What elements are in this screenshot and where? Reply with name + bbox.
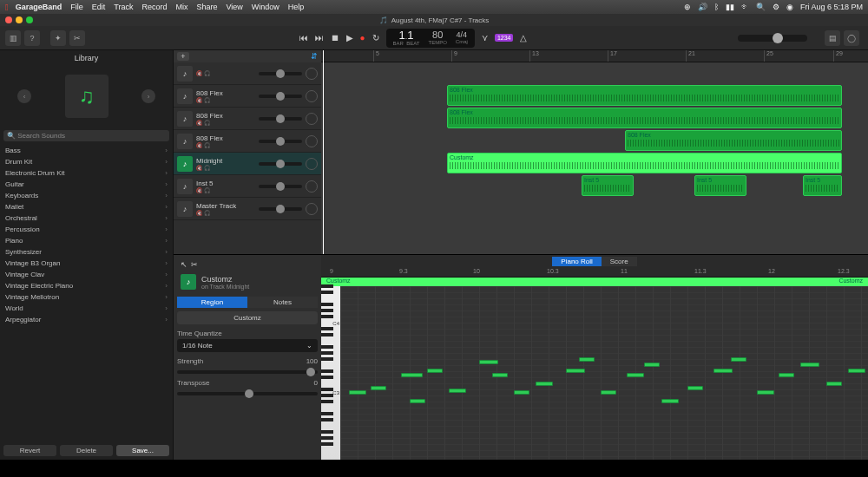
tuner-button[interactable]: ⋎ xyxy=(482,33,488,42)
pointer-tool-icon[interactable]: ↖ xyxy=(181,260,187,269)
count-in-badge[interactable]: 1234 xyxy=(495,34,514,42)
timeline-ruler[interactable]: 591317212529 xyxy=(321,50,868,62)
menubar-clock[interactable]: Fri Aug 6 5:18 PM xyxy=(800,3,863,11)
scissors-tool-icon[interactable]: ✂ xyxy=(191,260,198,269)
library-category[interactable]: World› xyxy=(0,303,173,314)
track-header[interactable]: ♪ 🔇 🎧 xyxy=(174,62,321,85)
spotlight-icon[interactable]: 🔍 xyxy=(756,3,766,11)
track-header[interactable]: ♪ Inst 5🔇 🎧 xyxy=(174,175,321,198)
track-automation-button[interactable] xyxy=(306,203,318,215)
track-header[interactable]: ♪ 808 Flex🔇 🎧 xyxy=(174,85,321,108)
status-icon[interactable]: ⊕ xyxy=(684,3,691,11)
library-category[interactable]: Mallet› xyxy=(0,201,173,212)
tab-piano-roll[interactable]: Piano Roll xyxy=(552,257,601,266)
library-category[interactable]: Arpeggiator› xyxy=(0,314,173,325)
menu-window[interactable]: Window xyxy=(252,3,279,11)
tab-region[interactable]: Region xyxy=(177,297,247,308)
library-search-input[interactable]: 🔍 Search Sounds xyxy=(3,130,169,141)
midi-note[interactable] xyxy=(661,399,679,403)
record-button[interactable]: ● xyxy=(360,33,365,42)
forward-button[interactable]: ⏭ xyxy=(315,33,324,42)
revert-button[interactable]: Revert xyxy=(3,445,56,456)
midi-note[interactable] xyxy=(644,363,660,367)
library-category[interactable]: Vintage Mellotron› xyxy=(0,291,173,303)
track-volume-slider[interactable] xyxy=(259,140,302,143)
apple-menu-icon[interactable]:  xyxy=(5,3,9,12)
midi-note[interactable] xyxy=(349,390,366,395)
track-automation-button[interactable] xyxy=(306,90,318,102)
midi-note[interactable] xyxy=(371,386,386,390)
track-volume-slider[interactable] xyxy=(259,207,302,211)
rewind-button[interactable]: ⏮ xyxy=(299,33,308,42)
midi-note[interactable] xyxy=(779,373,794,377)
bluetooth-icon[interactable]: ᛒ xyxy=(714,3,719,11)
library-category[interactable]: Drum Kit› xyxy=(0,156,173,167)
midi-note[interactable] xyxy=(579,357,595,362)
arrange-region[interactable]: 808 Flex xyxy=(447,108,842,128)
midi-note[interactable] xyxy=(826,382,842,386)
midi-note[interactable] xyxy=(401,373,423,377)
play-button[interactable]: ▶ xyxy=(346,33,353,42)
arrange-region[interactable]: Inst 5 xyxy=(694,175,746,196)
track-header[interactable]: ♪ Midnight🔇 🎧 xyxy=(174,153,321,175)
library-prev-button[interactable]: ‹ xyxy=(17,89,31,103)
menu-record[interactable]: Record xyxy=(141,3,167,11)
master-volume-slider[interactable] xyxy=(738,35,807,42)
piano-keyboard[interactable]: C4C3 xyxy=(321,286,340,460)
tab-notes[interactable]: Notes xyxy=(247,297,318,308)
library-category[interactable]: Synthesizer› xyxy=(0,246,173,258)
midi-note[interactable] xyxy=(479,360,498,364)
region-notes-segment[interactable]: Region Notes xyxy=(177,297,318,308)
track-volume-slider[interactable] xyxy=(259,185,302,188)
library-next-button[interactable]: › xyxy=(141,89,155,103)
menu-help[interactable]: Help xyxy=(288,3,305,11)
midi-note[interactable] xyxy=(687,386,703,390)
library-category[interactable]: Guitar› xyxy=(0,179,173,190)
track-volume-slider[interactable] xyxy=(259,117,302,121)
menu-mix[interactable]: Mix xyxy=(175,3,187,11)
library-category[interactable]: Percussion› xyxy=(0,224,173,235)
midi-note[interactable] xyxy=(536,382,553,386)
delete-button[interactable]: Delete xyxy=(60,445,113,456)
close-window-button[interactable] xyxy=(5,16,12,23)
track-header[interactable]: ♪ 808 Flex🔇 🎧 xyxy=(174,108,321,130)
midi-note[interactable] xyxy=(410,399,425,403)
track-filter-button[interactable]: ⇵ xyxy=(311,52,318,61)
library-category[interactable]: Piano› xyxy=(0,235,173,246)
loop-browser-button[interactable]: ◯ xyxy=(844,30,859,46)
quantize-select[interactable]: 1/16 Note⌄ xyxy=(177,339,318,352)
library-category[interactable]: Vintage Electric Piano› xyxy=(0,280,173,291)
track-volume-slider[interactable] xyxy=(259,72,302,75)
track-volume-slider[interactable] xyxy=(259,95,302,98)
midi-note[interactable] xyxy=(566,369,585,373)
midi-note[interactable] xyxy=(449,389,466,393)
control-center-icon[interactable]: ⚙ xyxy=(773,3,779,11)
midi-note[interactable] xyxy=(427,369,443,373)
menu-edit[interactable]: Edit xyxy=(92,3,106,11)
playhead[interactable] xyxy=(323,50,324,254)
zoom-window-button[interactable] xyxy=(26,16,33,23)
strength-slider[interactable] xyxy=(177,370,318,374)
editors-button[interactable]: ✂ xyxy=(69,30,85,46)
menu-file[interactable]: File xyxy=(70,3,83,11)
menu-view[interactable]: View xyxy=(226,3,242,11)
add-track-button[interactable]: + xyxy=(177,52,189,61)
track-header[interactable]: ♪ 808 Flex🔇 🎧 xyxy=(174,130,321,153)
piano-roll-ruler[interactable]: 99.31010.31111.31212.3 xyxy=(321,267,868,278)
track-automation-button[interactable] xyxy=(306,158,318,170)
arrange-area[interactable]: 591317212529 808 Flex808 Flex808 FlexCus… xyxy=(321,50,868,254)
midi-note[interactable] xyxy=(848,369,865,373)
quick-help-button[interactable]: ? xyxy=(24,30,40,46)
midi-note[interactable] xyxy=(731,357,746,362)
midi-note[interactable] xyxy=(601,390,616,395)
tab-score[interactable]: Score xyxy=(602,257,637,266)
track-automation-button[interactable] xyxy=(306,180,318,193)
notepad-button[interactable]: ▤ xyxy=(825,30,840,46)
track-automation-button[interactable] xyxy=(306,135,318,147)
track-automation-button[interactable] xyxy=(306,113,318,125)
arrange-region[interactable]: Inst 5 xyxy=(803,175,842,196)
library-category[interactable]: Bass› xyxy=(0,145,173,156)
track-automation-button[interactable] xyxy=(306,68,318,80)
wifi-icon[interactable]: ᯤ xyxy=(741,3,749,11)
stop-button[interactable]: ⏹ xyxy=(331,33,339,42)
